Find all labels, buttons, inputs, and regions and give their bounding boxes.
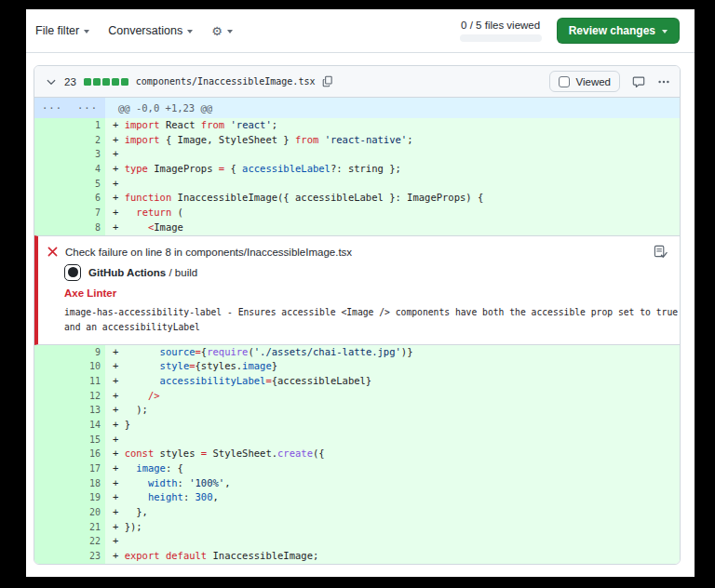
new-line-number[interactable]: 15 — [70, 433, 105, 448]
collapse-file-chevron[interactable] — [46, 76, 57, 87]
conversations-dropdown[interactable]: Conversations — [108, 24, 193, 37]
new-line-number[interactable]: 23 — [70, 549, 105, 564]
old-line-number[interactable] — [34, 374, 70, 389]
hunk-header-text: @@ -0,0 +1,23 @@ — [105, 98, 680, 118]
old-line-number[interactable] — [34, 206, 70, 220]
expand-hunk-button[interactable]: ··· — [70, 98, 105, 118]
file-name-link[interactable]: components/InaccessibleImage.tsx — [136, 76, 316, 87]
files-viewed-text: 0 / 5 files viewed — [461, 20, 540, 31]
diff-line: 10+ style={styles.image} — [34, 359, 680, 374]
old-line-number[interactable] — [34, 118, 70, 133]
new-line-number[interactable]: 14 — [70, 418, 105, 433]
copy-path-icon[interactable] — [322, 75, 334, 87]
viewed-checkbox[interactable] — [559, 76, 570, 87]
annotation-rule-name: Axe Linter — [64, 287, 642, 299]
old-line-number[interactable] — [34, 133, 70, 148]
line-content: + } — [105, 418, 680, 433]
toolbar-left-group: File filter Conversations ⚙ — [35, 24, 233, 37]
line-content: + height: 300, — [105, 490, 680, 505]
check-failure-annotation: Check failure on line 8 in components/In… — [34, 235, 680, 345]
old-line-number[interactable] — [34, 191, 70, 206]
chevron-down-icon — [187, 30, 193, 33]
new-line-number[interactable]: 13 — [70, 403, 105, 418]
old-line-number[interactable] — [34, 345, 70, 360]
old-line-number[interactable] — [34, 433, 70, 448]
addition-marker: + — [113, 521, 125, 532]
new-line-number[interactable]: 17 — [70, 461, 105, 476]
expand-hunk-button[interactable]: ··· — [34, 98, 70, 118]
new-line-number[interactable]: 2 — [70, 133, 105, 148]
diff-settings-dropdown[interactable]: ⚙ — [211, 25, 233, 37]
annotation-source-row: GitHub Actions / build — [64, 264, 642, 281]
old-line-number[interactable] — [34, 476, 70, 491]
old-line-number[interactable] — [34, 490, 70, 505]
kebab-menu-icon[interactable] — [657, 75, 670, 88]
new-line-number[interactable]: 21 — [70, 520, 105, 535]
diff-lines: 1+ import React from 'react';2+ import {… — [34, 118, 680, 564]
line-content: + style={styles.image} — [105, 359, 680, 374]
diff-line: 17+ image: { — [34, 461, 680, 476]
line-content: + import { Image, StyleSheet } from 'rea… — [105, 133, 680, 148]
new-line-number[interactable]: 7 — [70, 206, 105, 220]
hunk-header-row: ··· ··· @@ -0,0 +1,23 @@ — [34, 98, 680, 118]
new-line-number[interactable]: 20 — [70, 505, 105, 520]
new-line-number[interactable]: 11 — [70, 374, 105, 389]
new-line-number[interactable]: 4 — [70, 162, 105, 177]
line-content: + }, — [105, 505, 680, 520]
new-line-number[interactable]: 10 — [70, 359, 105, 374]
diffstat-block — [121, 78, 128, 86]
expand-hunk-cells: ··· ··· — [34, 98, 105, 118]
old-line-number[interactable] — [34, 549, 70, 564]
old-line-number[interactable] — [34, 447, 70, 461]
new-line-number[interactable]: 22 — [70, 534, 105, 549]
diff-line: 20+ }, — [34, 505, 680, 520]
file-header: 23 components/InaccessibleImage.tsx View… — [34, 66, 680, 98]
new-line-number[interactable]: 5 — [70, 177, 105, 192]
new-line-number[interactable]: 18 — [70, 476, 105, 491]
new-line-number[interactable]: 6 — [70, 191, 105, 206]
comment-icon[interactable] — [632, 75, 645, 88]
line-content: + source={require('./assets/chai-latte.j… — [105, 345, 680, 360]
new-line-number[interactable]: 12 — [70, 389, 105, 404]
new-line-number[interactable]: 16 — [70, 447, 105, 461]
pr-files-page: File filter Conversations ⚙ 0 / 5 files … — [26, 9, 695, 577]
addition-marker: + — [113, 390, 125, 401]
addition-marker: + — [113, 375, 125, 386]
addition-marker: + — [113, 506, 125, 517]
new-line-number[interactable]: 8 — [70, 220, 105, 235]
old-line-number[interactable] — [34, 403, 70, 418]
old-line-number[interactable] — [34, 177, 70, 192]
addition-marker: + — [113, 163, 125, 174]
old-line-number[interactable] — [34, 389, 70, 404]
viewed-toggle-button[interactable]: Viewed — [549, 71, 620, 92]
addition-marker: + — [113, 221, 125, 233]
addition-marker: + — [113, 207, 125, 218]
new-line-number[interactable]: 1 — [70, 118, 105, 133]
diff-line: 6+ function InaccessibleImage({ accessib… — [34, 191, 680, 206]
old-line-number[interactable] — [34, 147, 70, 162]
old-line-number[interactable] — [34, 461, 70, 476]
old-line-number[interactable] — [34, 220, 70, 235]
file-header-actions: Viewed — [549, 71, 670, 92]
old-line-number[interactable] — [34, 359, 70, 374]
addition-marker: + — [113, 434, 125, 445]
file-diff-card: 23 components/InaccessibleImage.tsx View… — [34, 65, 681, 565]
old-line-number[interactable] — [34, 520, 70, 535]
diff-line: 11+ accessibilityLabel={accessibleLabel} — [34, 374, 680, 389]
addition-marker: + — [113, 346, 125, 357]
new-line-number[interactable]: 3 — [70, 147, 105, 162]
new-line-number[interactable]: 19 — [70, 490, 105, 505]
old-line-number[interactable] — [34, 505, 70, 520]
line-content: + type ImageProps = { accessibleLabel?: … — [105, 162, 680, 177]
old-line-number[interactable] — [34, 534, 70, 549]
file-filter-dropdown[interactable]: File filter — [35, 24, 89, 37]
new-line-number[interactable]: 9 — [70, 345, 105, 360]
view-workflow-file-icon[interactable] — [654, 245, 668, 262]
line-content: + ); — [105, 403, 680, 418]
review-changes-button[interactable]: Review changes — [557, 18, 680, 44]
line-content: + — [105, 433, 680, 448]
old-line-number[interactable] — [34, 162, 70, 177]
old-line-number[interactable] — [34, 418, 70, 433]
line-content: + — [105, 147, 680, 162]
line-content: + const styles = StyleSheet.create({ — [105, 447, 680, 461]
